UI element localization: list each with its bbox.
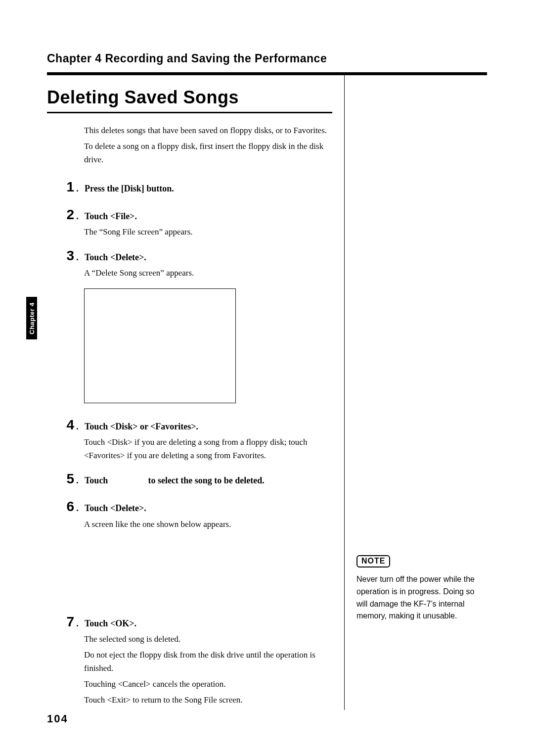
side-column: NOTE Never turn off the power while the … — [345, 75, 487, 710]
step-5-text-b: to select the song to be deleted. — [148, 475, 264, 485]
note-text: Never turn off the power while the opera… — [356, 573, 487, 622]
step-dot: . — [76, 503, 79, 514]
step-instruction: Press the [Disk] button. — [85, 183, 174, 195]
screenshot-placeholder-1 — [84, 288, 236, 403]
step-5-text-a: Touch — [85, 475, 108, 485]
page: Chapter 4 Chapter 4 Recording and Saving… — [0, 0, 534, 756]
page-number: 104 — [47, 712, 68, 725]
content-columns: Deleting Saved Songs This deletes songs … — [47, 75, 487, 710]
intro-line-1: This deletes songs that have been saved … — [84, 124, 332, 137]
step-dot: . — [76, 252, 79, 263]
step-dot: . — [76, 184, 79, 194]
step-7-note-c: Touching <Cancel> cancels the operation. — [84, 678, 332, 691]
step-instruction: Touch <File>. — [85, 210, 137, 223]
chapter-header: Chapter 4 Recording and Saving the Perfo… — [47, 52, 487, 65]
step-number: 7 — [47, 614, 74, 630]
step-instruction: Touch <Delete>. — [85, 502, 146, 515]
step-instruction: Touch <Disk> or <Favorites>. — [85, 421, 198, 433]
step-dot: . — [76, 618, 79, 629]
step-7: 7 . Touch <OK>. — [47, 614, 332, 630]
step-6: 6 . Touch <Delete>. — [47, 499, 332, 515]
steps-list: 1 . Press the [Disk] button. 2 . Touch <… — [47, 179, 332, 707]
step-1: 1 . Press the [Disk] button. — [47, 179, 332, 195]
step-7-note-a: The selected song is deleted. — [84, 633, 332, 646]
section-title: Deleting Saved Songs — [47, 87, 332, 108]
step-dot: . — [76, 422, 79, 432]
step-instruction: Touch <OK>. — [85, 617, 136, 630]
step-dot: . — [76, 211, 79, 222]
step-number: 5 — [47, 471, 74, 487]
step-number: 4 — [47, 417, 74, 433]
step-number: 6 — [47, 499, 74, 515]
chapter-tab: Chapter 4 — [26, 297, 37, 339]
screenshot-placeholder-2 — [47, 540, 332, 614]
step-2: 2 . Touch <File>. — [47, 207, 332, 223]
step-4-note: Touch <Disk> if you are deleting a song … — [84, 436, 332, 462]
intro-line-2: To delete a song on a floppy disk, first… — [84, 140, 332, 166]
section-rule — [47, 112, 332, 113]
step-4: 4 . Touch <Disk> or <Favorites>. — [47, 417, 332, 433]
step-instruction: Touch <Delete>. — [85, 251, 146, 264]
chapter-tab-label: Chapter 4 — [28, 302, 36, 334]
main-column: Deleting Saved Songs This deletes songs … — [47, 75, 345, 710]
step-7-note-d: Touch <Exit> to return to the Song File … — [84, 694, 332, 707]
step-dot: . — [76, 475, 79, 486]
step-6-note: A screen like the one shown below appear… — [84, 518, 332, 531]
step-3: 3 . Touch <Delete>. — [47, 248, 332, 264]
step-number: 3 — [47, 248, 74, 264]
step-2-note: The “Song File screen” appears. — [84, 226, 332, 238]
step-instruction: Touch to select the song to be deleted. — [85, 474, 265, 487]
note-badge: NOTE — [356, 555, 390, 567]
step-number: 2 — [47, 207, 74, 223]
step-7-note-b: Do not eject the floppy disk from the di… — [84, 649, 332, 675]
step-3-note: A “Delete Song screen” appears. — [84, 267, 332, 280]
side-note: NOTE Never turn off the power while the … — [356, 555, 487, 622]
step-5: 5 . Touch to select the song to be delet… — [47, 471, 332, 487]
step-number: 1 — [47, 179, 74, 195]
